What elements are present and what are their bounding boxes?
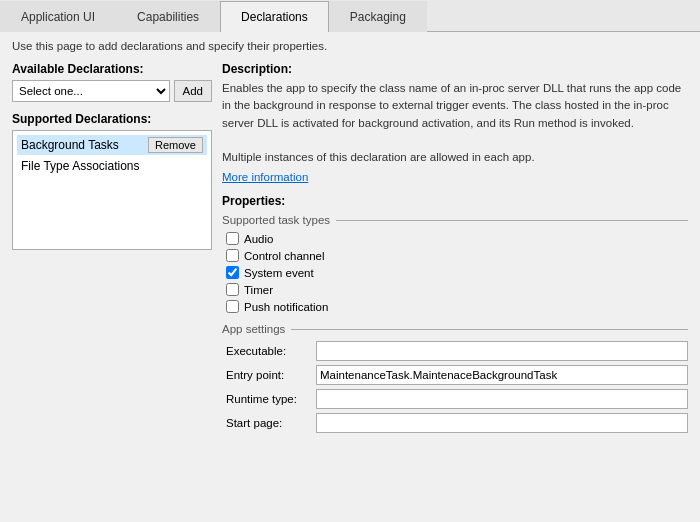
control-channel-label: Control channel [244,250,325,262]
tab-packaging[interactable]: Packaging [329,1,427,32]
available-declarations-section: Available Declarations: Select one... Ad… [12,62,212,102]
checkbox-control-channel-row: Control channel [222,249,688,262]
system-event-checkbox[interactable] [226,266,239,279]
checkbox-timer-row: Timer [222,283,688,296]
supported-declarations-section: Supported Declarations: Background Tasks… [12,112,212,250]
description-title: Description: [222,62,688,76]
entry-point-label: Entry point: [226,369,316,381]
tab-app-ui[interactable]: Application UI [0,1,116,32]
tab-bar: Application UI Capabilities Declarations… [0,0,700,32]
left-panel: Available Declarations: Select one... Ad… [12,62,212,437]
tab-capabilities[interactable]: Capabilities [116,1,220,32]
supported-declarations-label: Supported Declarations: [12,112,212,126]
entry-point-input[interactable] [316,365,688,385]
tab-declarations[interactable]: Declarations [220,1,329,32]
checkbox-system-event-row: System event [222,266,688,279]
app-settings-group-label: App settings [222,323,688,335]
executable-input[interactable] [316,341,688,361]
description-text: Enables the app to specify the class nam… [222,80,688,166]
page-body: Use this page to add declarations and sp… [0,32,700,521]
right-panel: Description: Enables the app to specify … [222,62,688,437]
task-types-group-label: Supported task types [222,214,688,226]
available-declarations-select[interactable]: Select one... [12,80,170,102]
more-info-link[interactable]: More information [222,171,308,183]
available-declarations-label: Available Declarations: [12,62,212,76]
system-event-label: System event [244,267,314,279]
remove-button[interactable]: Remove [148,137,203,153]
app-settings-section: App settings Executable: Entry point: Ru… [222,323,688,433]
list-item[interactable]: File Type Associations [17,157,207,175]
audio-checkbox[interactable] [226,232,239,245]
runtime-type-label: Runtime type: [226,393,316,405]
push-notification-checkbox[interactable] [226,300,239,313]
start-page-label: Start page: [226,417,316,429]
page-description: Use this page to add declarations and sp… [12,40,688,52]
entry-point-row: Entry point: [222,365,688,385]
control-channel-checkbox[interactable] [226,249,239,262]
list-item[interactable]: Background Tasks Remove [17,135,207,155]
available-declarations-row: Select one... Add [12,80,212,102]
list-item-label: File Type Associations [21,159,140,173]
add-declaration-button[interactable]: Add [174,80,212,102]
start-page-input[interactable] [316,413,688,433]
timer-checkbox[interactable] [226,283,239,296]
properties-section: Properties: Supported task types Audio C… [222,194,688,433]
main-content: Available Declarations: Select one... Ad… [12,62,688,437]
supported-declarations-list: Background Tasks Remove File Type Associ… [12,130,212,250]
executable-label: Executable: [226,345,316,357]
runtime-type-input[interactable] [316,389,688,409]
executable-row: Executable: [222,341,688,361]
start-page-row: Start page: [222,413,688,433]
properties-title: Properties: [222,194,688,208]
push-notification-label: Push notification [244,301,328,313]
checkbox-push-notification-row: Push notification [222,300,688,313]
list-item-label: Background Tasks [21,138,119,152]
runtime-type-row: Runtime type: [222,389,688,409]
audio-label: Audio [244,233,273,245]
checkbox-audio-row: Audio [222,232,688,245]
timer-label: Timer [244,284,273,296]
description-section: Description: Enables the app to specify … [222,62,688,184]
